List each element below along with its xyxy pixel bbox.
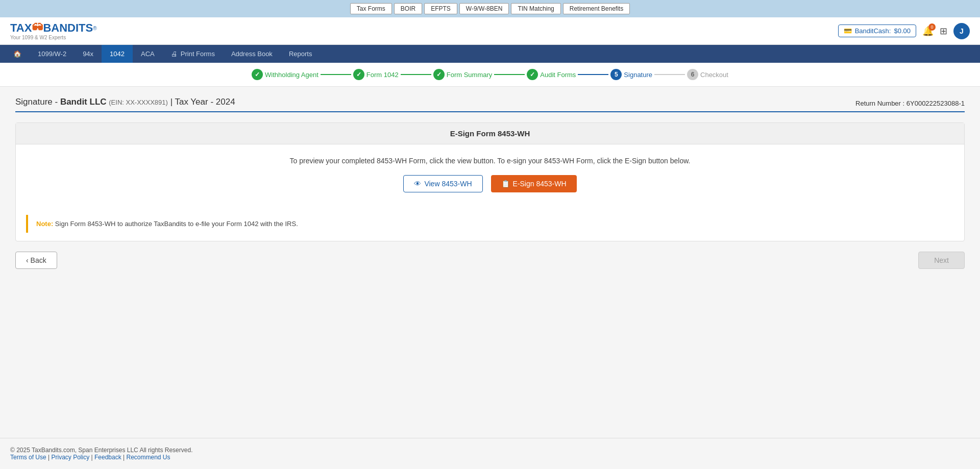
step-label-form-1042: Form 1042 [366,71,399,79]
esign-buttons: 👁 View 8453-WH 📋 E-Sign 8453-WH [26,175,954,192]
view-button-label: View 8453-WH [424,180,472,188]
logo-text: TAX [10,21,32,35]
return-number: Return Number : 6Y000222523088-1 [855,100,965,107]
header-right: 💳 BanditCash: $0.00 🔔 0 ⊞ J [838,23,970,39]
top-nav-efpts[interactable]: EFPTS [424,3,457,14]
nav-reports-label: Reports [289,50,312,58]
top-nav-boir[interactable]: BOIR [394,3,422,14]
step-label-form-summary: Form Summary [447,71,493,79]
logo-reg: ® [93,26,96,31]
step-circle-audit-forms: ✓ [527,69,538,80]
step-circle-form-summary: ✓ [433,69,445,80]
nav-94x[interactable]: 94x [75,45,102,63]
esign-8453wh-button[interactable]: 📋 E-Sign 8453-WH [491,175,577,192]
nav-1099w2[interactable]: 1099/W-2 [30,45,75,63]
terms-of-use-link[interactable]: Terms of Use [10,454,46,461]
top-nav-tin-matching[interactable]: TIN Matching [511,3,560,14]
note-box: Note: Sign Form 8453-WH to authorize Tax… [26,215,954,233]
home-icon: 🏠 [13,50,21,58]
esign-card: E-Sign Form 8453-WH To preview your comp… [15,122,965,241]
company-name: Bandit LLC [60,97,107,107]
page-title: Signature - Bandit LLC (EIN: XX-XXXX891)… [15,97,235,107]
esign-card-body: To preview your completed 8453-WH Form, … [16,144,964,215]
logo-subtitle: Your 1099 & W2 Experts [10,35,97,40]
grid-icon[interactable]: ⊞ [940,26,947,37]
step-line-1 [321,74,351,75]
nav-reports[interactable]: Reports [281,45,321,63]
return-number-label: Return Number : [855,100,904,107]
notification-bell[interactable]: 🔔 0 [922,26,934,37]
home-nav-item[interactable]: 🏠 [5,45,30,63]
secondary-navigation: 🏠 1099/W-2 94x 1042 ACA 🖨 Print Forms Ad… [0,45,980,63]
step-form-summary: ✓ Form Summary [433,69,493,80]
step-label-withholding-agent: Withholding Agent [265,71,318,79]
top-nav-tax-forms[interactable]: Tax Forms [350,3,392,14]
step-circle-checkout: 6 [687,69,698,80]
nav-94x-label: 94x [83,50,93,58]
header: TAX 🕶 BANDITS ® Your 1099 & W2 Experts 💳… [0,17,980,45]
step-line-4 [578,74,608,75]
footer: © 2025 TaxBandits.com, Span Enterprises … [0,438,980,469]
step-circle-withholding-agent: ✓ [252,69,263,80]
step-label-audit-forms: Audit Forms [540,71,576,79]
step-signature: 5 Signature [610,69,652,80]
steps-progress-bar: ✓ Withholding Agent ✓ Form 1042 ✓ Form S… [0,63,980,87]
step-withholding-agent: ✓ Withholding Agent [252,69,318,80]
logo-icon: 🕶 [32,21,43,35]
step-audit-forms: ✓ Audit Forms [527,69,576,80]
user-avatar[interactable]: J [953,23,970,39]
nav-address-book-label: Address Book [231,50,273,58]
step-checkout: 6 Checkout [687,69,728,80]
print-icon: 🖨 [171,50,178,58]
footer-links: Terms of Use | Privacy Policy | Feedback… [10,454,970,461]
view-8453wh-button[interactable]: 👁 View 8453-WH [403,175,482,192]
feedback-link[interactable]: Feedback [94,454,121,461]
step-circle-form-1042: ✓ [353,69,364,80]
next-button[interactable]: Next [918,252,965,269]
nav-1042[interactable]: 1042 [102,45,133,63]
step-label-checkout: Checkout [700,71,728,79]
esign-card-header: E-Sign Form 8453-WH [16,123,964,144]
top-nav-retirement-benefits[interactable]: Retirement Benefits [563,3,630,14]
step-label-signature: Signature [624,71,652,79]
page-title-row: Signature - Bandit LLC (EIN: XX-XXXX891)… [15,97,965,112]
page-title-prefix: Signature - [15,97,60,107]
logo-bandits: BANDITS [43,21,93,35]
note-label: Note: [36,220,53,228]
tax-year: 2024 [216,97,235,107]
bandit-cash-label: BanditCash: [855,27,891,35]
nav-aca[interactable]: ACA [133,45,163,63]
step-line-3 [494,74,525,75]
step-line-5 [654,74,685,75]
bandit-cash[interactable]: 💳 BanditCash: $0.00 [838,24,916,37]
footer-copyright: © 2025 TaxBandits.com, Span Enterprises … [10,447,970,454]
tax-year-label: | Tax Year - [170,97,213,107]
step-circle-signature: 5 [610,69,622,80]
step-form-1042: ✓ Form 1042 [353,69,399,80]
note-content: Sign Form 8453-WH to authorize TaxBandit… [55,220,298,228]
logo: TAX 🕶 BANDITS ® Your 1099 & W2 Experts [10,21,97,40]
recommend-us-link[interactable]: Recommend Us [126,454,170,461]
bandit-cash-amount: $0.00 [894,27,911,35]
nav-buttons: ‹ Back Next [15,241,965,279]
top-nav-w9w8ben[interactable]: W-9/W-8BEN [459,3,509,14]
nav-address-book[interactable]: Address Book [223,45,281,63]
esign-instruction: To preview your completed 8453-WH Form, … [26,157,954,165]
nav-1042-label: 1042 [110,50,125,58]
privacy-policy-link[interactable]: Privacy Policy [51,454,89,461]
back-button[interactable]: ‹ Back [15,252,57,269]
nav-print-forms[interactable]: 🖨 Print Forms [163,45,223,63]
page-content: Signature - Bandit LLC (EIN: XX-XXXX891)… [0,87,980,393]
sign-icon: 📋 [501,180,510,188]
step-line-2 [401,74,431,75]
nav-1099w2-label: 1099/W-2 [38,50,66,58]
nav-aca-label: ACA [141,50,155,58]
esign-button-label: E-Sign 8453-WH [513,180,567,188]
eye-icon: 👁 [414,180,421,188]
bandit-cash-icon: 💳 [844,27,852,35]
top-navigation: Tax Forms BOIR EFPTS W-9/W-8BEN TIN Matc… [0,0,980,17]
ein-value: (EIN: XX-XXXX891) [109,98,168,106]
notification-badge: 0 [928,23,936,31]
nav-print-forms-label: Print Forms [181,50,215,58]
return-number-id: 6Y000222523088-1 [906,100,965,107]
